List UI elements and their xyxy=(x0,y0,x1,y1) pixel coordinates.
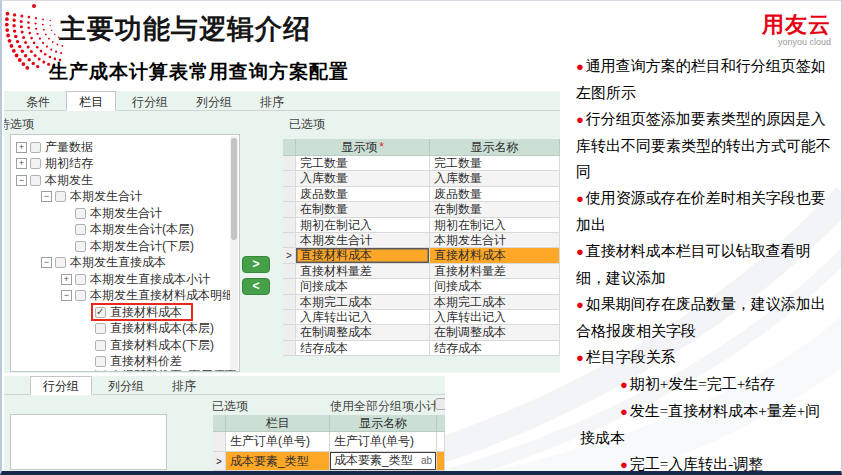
query-scheme-panel: 条件栏目行分组列分组排序 待选项 已选项 +产量数据 +期初结存 −本期发生 −… xyxy=(4,91,560,373)
cell-column[interactable]: 成本要素_类型 xyxy=(226,452,330,472)
cell-display-name[interactable]: 间接成本 xyxy=(430,279,560,294)
cell-display-item[interactable]: 结存成本 xyxy=(296,341,430,356)
subtotal-checkbox[interactable] xyxy=(435,398,445,410)
table-row[interactable]: 在制调整成本在制调整成本 xyxy=(283,325,560,340)
table-row[interactable]: 间接成本间接成本 xyxy=(283,279,560,294)
tree-item-label: 本期发生直接成本小计 xyxy=(90,271,210,288)
cell-display-name[interactable]: 期初在制记入 xyxy=(430,218,560,233)
checkbox[interactable] xyxy=(30,158,41,169)
tree-item[interactable]: 本期发生合计(下层) xyxy=(11,238,239,255)
tree-item[interactable]: −本期发生合计 xyxy=(11,189,239,206)
checkbox[interactable] xyxy=(95,340,106,351)
tab-sort-bottom[interactable]: 排序 xyxy=(160,377,208,396)
expand-minus-icon[interactable]: − xyxy=(41,191,52,202)
cell-display-name[interactable]: 入库数量 xyxy=(430,171,560,186)
tree-item[interactable]: +期初结存 xyxy=(11,156,239,173)
cell-display-item[interactable]: 入库数量 xyxy=(296,171,430,186)
tree-item[interactable]: 直接材料价差 xyxy=(11,354,239,371)
tab-row-group-bottom[interactable]: 行分组 xyxy=(30,376,92,395)
tree-item[interactable]: 直接材料成本(下层) xyxy=(11,337,239,354)
cell-column[interactable]: 生产订单(单号) xyxy=(226,432,330,452)
move-right-button[interactable]: > xyxy=(242,256,270,273)
expand-minus-icon[interactable]: − xyxy=(16,175,27,186)
cell-display-name[interactable]: 直接材料成本 xyxy=(430,248,560,263)
cell-display-name[interactable]: 完工数量 xyxy=(430,156,560,171)
selected-fields-table: 显示项* 显示名称 完工数量完工数量 入库数量入库数量 废品数量废品数量 在制数… xyxy=(283,139,560,356)
cell-display-name[interactable]: 在制调整成本 xyxy=(430,325,560,340)
table-row[interactable]: 废品数量废品数量 xyxy=(283,187,560,202)
cell-display-item[interactable]: 废品数量 xyxy=(296,187,430,202)
checkbox[interactable] xyxy=(55,191,66,202)
cell-display-item[interactable]: 期初在制记入 xyxy=(296,218,430,233)
table-row-selected[interactable]: > 成本要素_类型 成本要素_类型 ab xyxy=(213,452,445,472)
cell-display-name[interactable]: 在制数量 xyxy=(430,202,560,217)
checkbox[interactable] xyxy=(95,370,106,372)
table-row[interactable]: 结存成本结存成本 xyxy=(283,341,560,356)
cell-display-item[interactable]: 间接成本 xyxy=(296,279,430,294)
cell-display-name[interactable]: 入库转出记入 xyxy=(430,310,560,325)
tab-row-group[interactable]: 行分组 xyxy=(120,92,180,112)
edit-cell-value[interactable]: 成本要素_类型 xyxy=(334,452,413,471)
tree-item[interactable]: 直接材料成本(本层) xyxy=(11,321,239,338)
checkbox[interactable] xyxy=(95,356,106,367)
checkbox[interactable] xyxy=(75,290,86,301)
tab-columns[interactable]: 栏目 xyxy=(66,91,116,111)
cell-display-item[interactable]: 入库转出记入 xyxy=(296,310,430,325)
tree-item[interactable]: +本期发生直接成本小计 xyxy=(11,271,239,288)
checkbox[interactable] xyxy=(95,323,106,334)
cell-display-name[interactable]: 废品数量 xyxy=(430,187,560,202)
checkbox[interactable] xyxy=(30,142,41,153)
expand-plus-icon[interactable]: + xyxy=(16,158,27,169)
table-row[interactable]: 本期发生合计本期发生合计 xyxy=(283,233,560,248)
tree-item[interactable]: −本期发生 xyxy=(11,172,239,189)
expand-minus-icon[interactable]: − xyxy=(61,290,72,301)
cell-display-item[interactable]: 完工数量 xyxy=(296,156,430,171)
tree-item[interactable]: −本期发生直接材料成本明细 xyxy=(11,288,239,305)
tab-condition[interactable]: 条件 xyxy=(14,92,62,112)
checkbox[interactable] xyxy=(55,257,66,268)
cell-display-item[interactable]: 直接材料成本 xyxy=(296,248,430,263)
table-row[interactable]: 期初在制记入期初在制记入 xyxy=(283,218,560,233)
tree-item[interactable]: 直接材料价差_本层成本 xyxy=(11,370,239,372)
tree-scrollbar-thumb[interactable] xyxy=(231,138,237,240)
expand-plus-icon[interactable]: + xyxy=(61,274,72,285)
cell-display-name[interactable]: 生产订单(单号) xyxy=(330,432,437,452)
table-row-selected[interactable]: >直接材料成本直接材料成本 xyxy=(283,248,560,263)
cell-display-name[interactable]: 本期完工成本 xyxy=(430,295,560,310)
move-left-button[interactable]: < xyxy=(242,278,270,295)
cell-display-name[interactable]: 本期发生合计 xyxy=(430,233,560,248)
checkbox[interactable] xyxy=(75,241,86,252)
table-row[interactable]: 生产订单(单号) 生产订单(单号) xyxy=(213,432,445,452)
table-row[interactable]: 本期完工成本本期完工成本 xyxy=(283,295,560,310)
expand-minus-icon[interactable]: − xyxy=(41,257,52,268)
tab-sort[interactable]: 排序 xyxy=(248,92,296,112)
table-row[interactable]: 完工数量完工数量 xyxy=(283,156,560,171)
table-row[interactable]: 直接材料量差直接材料量差 xyxy=(283,264,560,279)
edit-cell[interactable]: 成本要素_类型 ab xyxy=(330,452,436,471)
table-row[interactable]: 在制数量在制数量 xyxy=(283,202,560,217)
checkbox[interactable] xyxy=(30,175,41,186)
tree-item[interactable]: +产量数据 xyxy=(11,139,239,156)
checkbox-checked[interactable] xyxy=(95,307,106,318)
cell-display-item[interactable]: 本期完工成本 xyxy=(296,295,430,310)
table-row[interactable]: 入库转出记入入库转出记入 xyxy=(283,310,560,325)
tree-item[interactable]: 本期发生合计 xyxy=(11,205,239,222)
cell-display-name-editing[interactable]: 成本要素_类型 ab xyxy=(330,452,437,472)
tab-col-group-bottom[interactable]: 列分组 xyxy=(96,377,156,396)
checkbox[interactable] xyxy=(75,274,86,285)
cell-display-name[interactable]: 直接材料量差 xyxy=(430,264,560,279)
tab-col-group[interactable]: 列分组 xyxy=(184,92,244,112)
cell-display-item[interactable]: 在制数量 xyxy=(296,202,430,217)
checkbox[interactable] xyxy=(75,224,86,235)
checkbox[interactable] xyxy=(75,208,86,219)
tree-item-direct-material-cost[interactable]: 直接材料成本 xyxy=(11,304,239,321)
expand-plus-icon[interactable]: + xyxy=(16,142,27,153)
tree-item[interactable]: −本期发生直接成本 xyxy=(11,255,239,272)
cell-display-name[interactable]: 结存成本 xyxy=(430,341,560,356)
tree-scrollbar[interactable] xyxy=(230,136,238,370)
table-row[interactable]: 入库数量入库数量 xyxy=(283,171,560,186)
tree-item[interactable]: 本期发生合计(本层) xyxy=(11,222,239,239)
cell-display-item[interactable]: 在制调整成本 xyxy=(296,325,430,340)
cell-display-item[interactable]: 直接材料量差 xyxy=(296,264,430,279)
cell-display-item[interactable]: 本期发生合计 xyxy=(296,233,430,248)
